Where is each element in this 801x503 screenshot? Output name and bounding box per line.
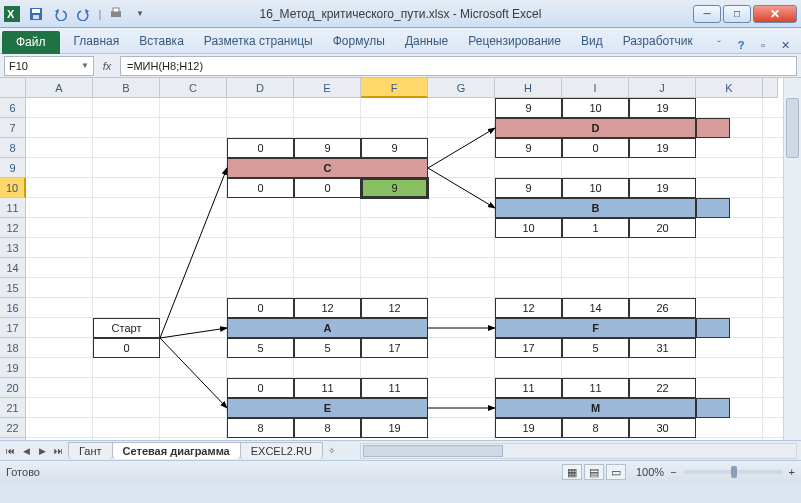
horizontal-scrollbar[interactable] — [360, 443, 797, 459]
zoom-slider-thumb[interactable] — [731, 466, 737, 478]
row-header-17[interactable]: 17 — [0, 318, 26, 338]
ribbon-tab-view[interactable]: Вид — [571, 30, 613, 53]
node-M-r1c2[interactable]: 22 — [629, 378, 696, 398]
ribbon-tab-formulas[interactable]: Формулы — [323, 30, 395, 53]
minimize-button[interactable]: ─ — [693, 5, 721, 23]
node-M-r3c0[interactable]: 19 — [495, 418, 562, 438]
new-sheet-icon[interactable]: ✧ — [324, 443, 340, 459]
node-A-r1c1[interactable]: 12 — [294, 298, 361, 318]
sheet-tab-2[interactable]: EXCEL2.RU — [240, 442, 323, 459]
window-restore-icon[interactable]: ▫ — [755, 37, 771, 53]
node-A-r1c0[interactable]: 0 — [227, 298, 294, 318]
row-header-6[interactable]: 6 — [0, 98, 26, 118]
node-B-r3c0[interactable]: 10 — [495, 218, 562, 238]
col-header-I[interactable]: I — [562, 78, 629, 98]
sheet-tab-1[interactable]: Сетевая диаграмма — [112, 442, 241, 459]
node-B-r1c0[interactable]: 9 — [495, 178, 562, 198]
save-icon[interactable] — [25, 3, 47, 25]
row-header-23[interactable]: 23 — [0, 438, 26, 441]
row-header-11[interactable]: 11 — [0, 198, 26, 218]
node-A-r3c2[interactable]: 17 — [361, 338, 428, 358]
row-header-18[interactable]: 18 — [0, 338, 26, 358]
ribbon-tab-review[interactable]: Рецензирование — [458, 30, 571, 53]
node-B-r1c1[interactable]: 10 — [562, 178, 629, 198]
node-F-label[interactable]: F — [495, 318, 696, 338]
node-A-r3c1[interactable]: 5 — [294, 338, 361, 358]
node-B-label[interactable]: B — [495, 198, 696, 218]
node-C-r3c1[interactable]: 0 — [294, 178, 361, 198]
node-D-r3c1[interactable]: 0 — [562, 138, 629, 158]
node-F-r1c1[interactable]: 14 — [562, 298, 629, 318]
stub-b-right[interactable] — [696, 198, 730, 218]
view-page-break-icon[interactable]: ▭ — [606, 464, 626, 480]
node-E-r3c2[interactable]: 19 — [361, 418, 428, 438]
node-B-r3c2[interactable]: 20 — [629, 218, 696, 238]
node-D-r1c2[interactable]: 19 — [629, 98, 696, 118]
row-header-19[interactable]: 19 — [0, 358, 26, 378]
node-D-r3c0[interactable]: 9 — [495, 138, 562, 158]
cells-area[interactable]: Старт0099C00991019D901991019B1012001212A… — [26, 98, 783, 440]
node-E-r1c0[interactable]: 0 — [227, 378, 294, 398]
row-header-13[interactable]: 13 — [0, 238, 26, 258]
worksheet-grid[interactable]: ABCDEFGHIJK 6789101112131415161718192021… — [0, 78, 801, 441]
row-header-8[interactable]: 8 — [0, 138, 26, 158]
ribbon-tab-data[interactable]: Данные — [395, 30, 458, 53]
row-header-7[interactable]: 7 — [0, 118, 26, 138]
print-preview-icon[interactable] — [105, 3, 127, 25]
start-value[interactable]: 0 — [93, 338, 160, 358]
node-C-r1c0[interactable]: 0 — [227, 138, 294, 158]
node-M-r1c1[interactable]: 11 — [562, 378, 629, 398]
stub-f-right[interactable] — [696, 318, 730, 338]
undo-icon[interactable] — [49, 3, 71, 25]
file-tab[interactable]: Файл — [2, 31, 60, 54]
node-D-r1c1[interactable]: 10 — [562, 98, 629, 118]
row-header-21[interactable]: 21 — [0, 398, 26, 418]
row-header-22[interactable]: 22 — [0, 418, 26, 438]
node-F-r3c0[interactable]: 17 — [495, 338, 562, 358]
stub-d-right[interactable] — [696, 118, 730, 138]
maximize-button[interactable]: □ — [723, 5, 751, 23]
node-A-label[interactable]: A — [227, 318, 428, 338]
col-header-F[interactable]: F — [361, 78, 428, 98]
window-inner-close-icon[interactable]: ✕ — [777, 37, 793, 53]
node-E-r3c1[interactable]: 8 — [294, 418, 361, 438]
col-header-H[interactable]: H — [495, 78, 562, 98]
row-header-12[interactable]: 12 — [0, 218, 26, 238]
hscroll-thumb[interactable] — [363, 445, 503, 457]
minimize-ribbon-icon[interactable]: ˇ — [711, 37, 727, 53]
node-C-r1c1[interactable]: 9 — [294, 138, 361, 158]
sheet-nav-last-icon[interactable]: ⏭ — [50, 443, 66, 459]
node-F-r3c2[interactable]: 31 — [629, 338, 696, 358]
col-header-E[interactable]: E — [294, 78, 361, 98]
redo-icon[interactable] — [73, 3, 95, 25]
close-button[interactable]: ✕ — [753, 5, 797, 23]
ribbon-tab-home[interactable]: Главная — [64, 30, 130, 53]
node-B-r3c1[interactable]: 1 — [562, 218, 629, 238]
node-D-r3c2[interactable]: 19 — [629, 138, 696, 158]
help-icon[interactable]: ? — [733, 37, 749, 53]
row-header-10[interactable]: 10 — [0, 178, 26, 198]
select-all-corner[interactable] — [0, 78, 26, 98]
row-header-20[interactable]: 20 — [0, 378, 26, 398]
node-B-r1c2[interactable]: 19 — [629, 178, 696, 198]
node-C-r3c0[interactable]: 0 — [227, 178, 294, 198]
node-D-r1c0[interactable]: 9 — [495, 98, 562, 118]
node-C-r1c2[interactable]: 9 — [361, 138, 428, 158]
node-C-label[interactable]: C — [227, 158, 428, 178]
row-header-14[interactable]: 14 — [0, 258, 26, 278]
node-E-r1c2[interactable]: 11 — [361, 378, 428, 398]
sheet-tab-0[interactable]: Гант — [68, 442, 113, 459]
row-header-16[interactable]: 16 — [0, 298, 26, 318]
ribbon-tab-insert[interactable]: Вставка — [129, 30, 194, 53]
zoom-slider[interactable] — [683, 470, 783, 474]
view-normal-icon[interactable]: ▦ — [562, 464, 582, 480]
fx-icon[interactable]: fx — [98, 60, 116, 72]
zoom-in-icon[interactable]: + — [789, 466, 795, 478]
col-header-D[interactable]: D — [227, 78, 294, 98]
node-M-r1c0[interactable]: 11 — [495, 378, 562, 398]
node-E-label[interactable]: E — [227, 398, 428, 418]
node-A-r1c2[interactable]: 12 — [361, 298, 428, 318]
start-label[interactable]: Старт — [93, 318, 160, 338]
row-header-15[interactable]: 15 — [0, 278, 26, 298]
col-header-K[interactable]: K — [696, 78, 763, 98]
